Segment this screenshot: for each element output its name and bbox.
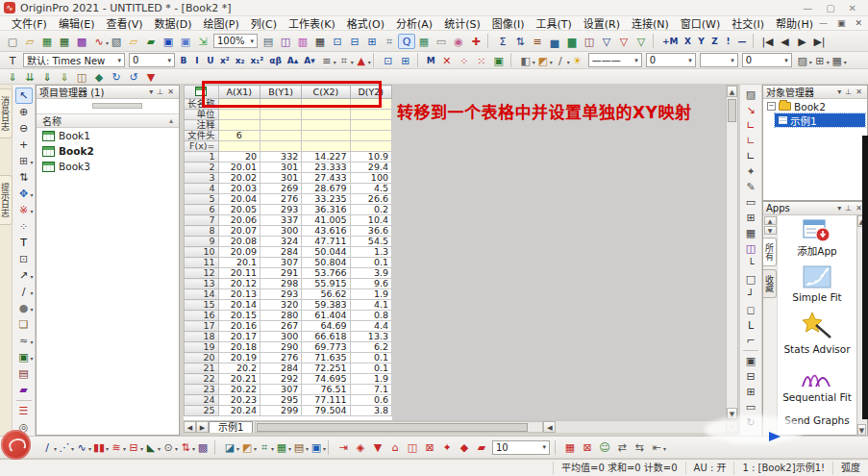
pointer-icon[interactable]: ↖ — [15, 88, 33, 104]
row-header[interactable]: 16 — [185, 311, 219, 321]
header-cell[interactable] — [218, 141, 260, 152]
import-database-icon[interactable]: ◫ — [73, 69, 90, 85]
merge-cells-icon[interactable]: M — [424, 53, 438, 68]
cell[interactable]: 267 — [260, 321, 302, 332]
header-cell[interactable] — [350, 110, 391, 120]
cell[interactable]: 20.14 — [218, 300, 260, 311]
insert-worksheet-object-icon[interactable]: ▤ — [15, 365, 33, 382]
insert-cells-icon[interactable]: ⊡ — [380, 53, 397, 68]
data-reader-icon[interactable]: ⇅ — [15, 169, 33, 186]
pm-menu-button[interactable]: ▾ — [147, 88, 155, 96]
header-cell[interactable] — [350, 120, 391, 131]
row-header[interactable]: 19 — [185, 342, 219, 353]
pm-close-button[interactable]: ✕ — [165, 88, 176, 96]
fill-color-icon[interactable]: ◧▾ — [517, 53, 534, 68]
zoom-axis-y-icon[interactable]: ∟ — [742, 133, 759, 148]
row-header[interactable]: 17 — [185, 321, 219, 332]
cell[interactable]: 20.13 — [218, 289, 260, 300]
polyline-tool-icon[interactable]: ≈▾ — [15, 333, 33, 349]
format-toggle-icon[interactable]: T — [4, 53, 21, 68]
apps-tab-favorites[interactable]: 收藏 — [763, 269, 777, 298]
worksheet-horizontal-scrollbar[interactable] — [255, 421, 543, 433]
cell[interactable]: 4.1 — [350, 300, 391, 311]
label-row-header[interactable]: 单位 — [185, 110, 219, 120]
cell[interactable]: 14.227 — [302, 152, 350, 163]
cell[interactable]: 100 — [350, 173, 391, 184]
arrange-layers-icon[interactable]: ⊞ — [363, 34, 381, 49]
row-header[interactable]: 22 — [185, 374, 219, 385]
tab-message-log[interactable]: 消息日志 — [0, 88, 12, 138]
cascade-windows-icon[interactable]: ▣ — [742, 353, 759, 368]
new-matrix-icon[interactable]: ▩ — [73, 34, 90, 49]
menu-item[interactable]: 分析(A) — [390, 15, 438, 31]
row-header[interactable]: 12 — [185, 268, 219, 279]
cell[interactable]: 0.6 — [350, 395, 391, 406]
stack-graph-icon[interactable]: ▼ — [369, 439, 386, 455]
frame-box-icon[interactable]: □ — [742, 271, 759, 287]
menu-item[interactable]: 绘图(P) — [198, 15, 245, 31]
row-header[interactable]: 2 — [185, 163, 219, 173]
area-plot-icon[interactable]: ◣▾ — [142, 439, 160, 455]
header-cell[interactable] — [302, 141, 350, 152]
header-cell[interactable] — [302, 120, 350, 131]
import-ascii-icon[interactable]: ⇓ — [4, 69, 21, 85]
arrow-tool-icon[interactable]: ↗▾ — [15, 267, 33, 284]
header-cell[interactable] — [260, 131, 302, 141]
clone-import-icon[interactable]: ▼ — [142, 69, 160, 85]
cell[interactable]: 74.695 — [302, 374, 350, 385]
run-layer-script-icon[interactable]: ✦ — [742, 163, 759, 179]
box-chart-icon[interactable]: ◫ — [581, 34, 598, 49]
menu-item[interactable]: 社交(I) — [726, 15, 770, 31]
tab-hint-log[interactable]: 提示日志 — [0, 175, 12, 225]
font-smaller-icon[interactable]: A▾ — [301, 53, 317, 68]
add-app-icon[interactable]: ✚ — [467, 34, 484, 49]
data-connector-icon[interactable]: ◆ — [90, 69, 108, 85]
greek-icon[interactable]: αβ — [266, 53, 285, 68]
screen-reader-icon[interactable]: + — [15, 137, 33, 153]
layout-grid9-icon[interactable]: ▦ — [742, 225, 759, 240]
app-simple-fit[interactable]: Simple Fit — [792, 265, 842, 303]
fit-page-icon[interactable]: ✦ — [438, 439, 456, 455]
cell[interactable]: 20.07 — [218, 226, 260, 237]
cell[interactable]: 20.22 — [218, 385, 260, 395]
cell[interactable]: 276 — [260, 353, 302, 363]
font-larger-icon[interactable]: A▴ — [285, 53, 301, 68]
image-plot-icon[interactable]: ▣▾ — [308, 439, 325, 455]
cell[interactable]: 3.9 — [350, 268, 391, 279]
header-cell[interactable] — [260, 120, 302, 131]
row-header[interactable]: 7 — [185, 215, 219, 226]
layer-contents-icon[interactable]: ▦ — [311, 34, 329, 49]
cell[interactable]: 284 — [260, 363, 302, 374]
cell[interactable]: 300 — [260, 332, 302, 342]
apps-pin-button[interactable]: ⊥ — [843, 204, 854, 213]
apps-menu-button[interactable]: ▾ — [835, 204, 843, 213]
cell[interactable]: 292 — [260, 374, 302, 385]
draw-data-icon[interactable]: ⁘ — [15, 218, 33, 235]
cell[interactable]: 20.01 — [218, 163, 260, 173]
cell[interactable]: 29.4 — [350, 163, 391, 173]
code-builder-icon[interactable]: ⌗ — [381, 34, 398, 49]
cell[interactable]: 20.16 — [218, 321, 260, 332]
row-header[interactable]: 5 — [185, 194, 219, 205]
align-icon[interactable]: ≡▾ — [318, 53, 335, 68]
cell[interactable]: 66.618 — [302, 332, 350, 342]
om-pin-button[interactable]: ⊥ — [843, 88, 854, 96]
mdi-restore-button[interactable]: ▣ — [837, 18, 846, 28]
cell[interactable]: 284 — [260, 247, 302, 258]
cell[interactable]: 320 — [260, 300, 302, 311]
font-color-icon[interactable]: ▲▾ — [353, 53, 370, 68]
cell[interactable]: 71.635 — [302, 353, 350, 363]
cell[interactable]: 20.05 — [218, 205, 260, 215]
frame-top-icon[interactable]: ⌐ — [742, 333, 759, 348]
cell[interactable]: 6.2 — [350, 342, 391, 353]
header-cell[interactable] — [302, 131, 350, 141]
cell[interactable]: 301 — [260, 163, 302, 173]
video-builder-icon[interactable]: ▥ — [294, 34, 311, 49]
cell[interactable]: 23.333 — [302, 163, 350, 173]
cell[interactable]: 0.8 — [350, 311, 391, 321]
cell[interactable]: 54.5 — [350, 237, 391, 247]
menu-item[interactable]: 设置(R) — [578, 15, 626, 31]
font-combo[interactable]: 默认: Times New▾ — [23, 53, 125, 67]
go-last-icon[interactable]: ▶| — [811, 34, 829, 49]
pm-item-book2[interactable]: Book2 — [37, 143, 179, 159]
